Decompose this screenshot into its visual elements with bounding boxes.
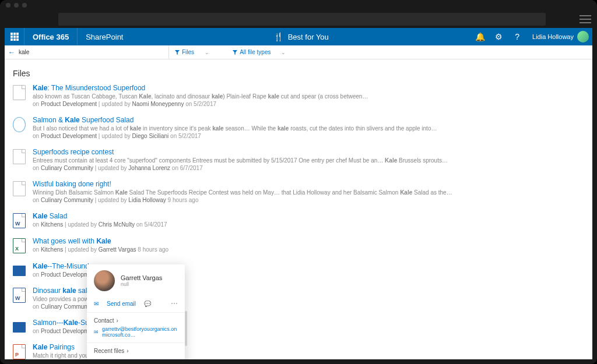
back-button[interactable]: ← xyxy=(5,48,19,56)
hamburger-icon[interactable] xyxy=(580,15,591,23)
result-title[interactable]: What goes well with Kale xyxy=(33,237,584,245)
avatar xyxy=(94,270,115,291)
window-max-dot[interactable] xyxy=(22,3,27,8)
search-result: Kale Saladon Kitchens | updated by Chris… xyxy=(13,212,584,228)
web-icon xyxy=(13,117,26,132)
filter-file-types[interactable]: All file types ⌄ xyxy=(227,49,292,55)
result-snippet: Winning Dish Balsamic Salmon Kale Salad … xyxy=(33,189,470,196)
search-result: What goes well with Kaleon Kitchens | up… xyxy=(13,237,584,253)
site-header[interactable]: 🍴 Best for You xyxy=(131,32,470,41)
search-term: kale xyxy=(19,49,29,55)
result-title[interactable]: Wistful baking done right! xyxy=(33,180,584,188)
result-meta: on Product Development | updated by Naom… xyxy=(33,101,584,107)
result-title[interactable]: Superfoods recipe contest xyxy=(33,148,584,156)
excel-icon xyxy=(13,238,26,253)
app-launcher-icon[interactable] xyxy=(5,28,24,45)
result-title[interactable]: Kale Salad xyxy=(33,212,584,220)
result-snippet: But I also noticed that we had a lot of … xyxy=(33,125,470,132)
notifications-icon[interactable]: 🔔 xyxy=(470,28,489,45)
window-close-dot[interactable] xyxy=(6,3,10,8)
mail-icon[interactable]: ✉ xyxy=(94,301,99,307)
result-meta: on Kitchens | updated by Garrett Vargas … xyxy=(33,246,584,253)
filter-funnel-icon xyxy=(233,50,237,55)
filter-bar: ← kale Files ⌄ All file types ⌄ xyxy=(5,45,592,59)
word-icon xyxy=(13,288,26,303)
suite-brand[interactable]: Office 365 xyxy=(24,28,78,45)
person-name: Garrett Vargas xyxy=(121,274,162,281)
window-min-dot[interactable] xyxy=(14,3,19,8)
user-menu[interactable]: Lidia Holloway xyxy=(526,28,592,45)
search-result: Superfoods recipe contestEntrees must co… xyxy=(13,148,584,171)
settings-gear-icon[interactable]: ⚙ xyxy=(489,28,508,45)
more-ellipsis-icon[interactable]: ⋯ xyxy=(171,299,178,308)
wiki-icon xyxy=(13,85,26,100)
app-shell: Office 365 SharePoint 🍴 Best for You 🔔 ⚙… xyxy=(5,28,592,359)
wiki-icon xyxy=(13,149,26,164)
scrollbar[interactable] xyxy=(185,311,187,346)
filter-type[interactable]: Files ⌄ xyxy=(169,49,215,55)
browser-toolbar xyxy=(0,10,597,28)
people-hover-card: Garrett Vargas null ✉ Send email 💬 ⋯ Con… xyxy=(87,264,185,359)
result-title[interactable]: Kale: The Misunderstood Superfood xyxy=(33,84,584,92)
site-name: Best for You xyxy=(288,33,329,41)
browser-window: Office 365 SharePoint 🍴 Best for You 🔔 ⚙… xyxy=(0,0,597,364)
send-email-link[interactable]: Send email xyxy=(107,301,136,307)
url-bar[interactable] xyxy=(58,13,546,26)
folder-icon xyxy=(13,266,26,276)
result-meta: on Kitchens | updated by Chris McNulty o… xyxy=(33,221,584,228)
suite-app-name[interactable]: SharePoint xyxy=(78,28,131,45)
avatar xyxy=(577,31,589,43)
contact-section-header[interactable]: Contact › xyxy=(94,317,178,324)
search-result: Wistful baking done right!Winning Dish B… xyxy=(13,180,584,203)
result-snippet: Entrees must contain at least 4 core "su… xyxy=(33,157,470,164)
file-icon xyxy=(13,181,26,196)
recent-file-row[interactable]: What goes well with KaleModified 11/5/20… xyxy=(87,359,185,359)
chevron-right-icon: › xyxy=(127,348,128,354)
word-icon xyxy=(13,213,26,228)
result-snippet: also known as Tuscan Cabbage, Tuscan Kal… xyxy=(33,93,470,100)
mail-icon: ✉ xyxy=(94,329,99,335)
result-title[interactable]: Salmon & Kale Superfood Salad xyxy=(33,116,584,124)
result-meta: on Culinary Community | updated by Lidia… xyxy=(33,197,584,203)
search-result: Salmon & Kale Superfood SaladBut I also … xyxy=(13,116,584,139)
user-name: Lidia Holloway xyxy=(532,33,574,40)
chevron-down-icon: ⌄ xyxy=(205,50,209,55)
contact-email[interactable]: ✉ garrettv@bestforyouorganics.onmicrosof… xyxy=(94,326,178,338)
chevron-down-icon: ⌄ xyxy=(281,50,286,55)
page-title: Files xyxy=(13,69,584,78)
result-meta: on Product Development | updated by Dieg… xyxy=(33,133,584,139)
site-logo-icon: 🍴 xyxy=(273,32,283,41)
result-meta: on Culinary Community | updated by Johan… xyxy=(33,165,584,171)
window-titlebar xyxy=(0,0,597,10)
help-icon[interactable]: ? xyxy=(508,28,526,45)
chevron-right-icon: › xyxy=(116,317,118,324)
recent-files-header[interactable]: Recent files › xyxy=(87,348,185,356)
search-result: Kale: The Misunderstood Superfoodalso kn… xyxy=(13,84,584,107)
chat-icon[interactable]: 💬 xyxy=(144,301,151,307)
ppt-icon xyxy=(13,344,26,359)
folder-icon xyxy=(13,322,26,333)
filter-funnel-icon xyxy=(175,50,180,55)
person-subtitle: null xyxy=(121,281,162,287)
suite-bar: Office 365 SharePoint 🍴 Best for You 🔔 ⚙… xyxy=(5,28,592,45)
